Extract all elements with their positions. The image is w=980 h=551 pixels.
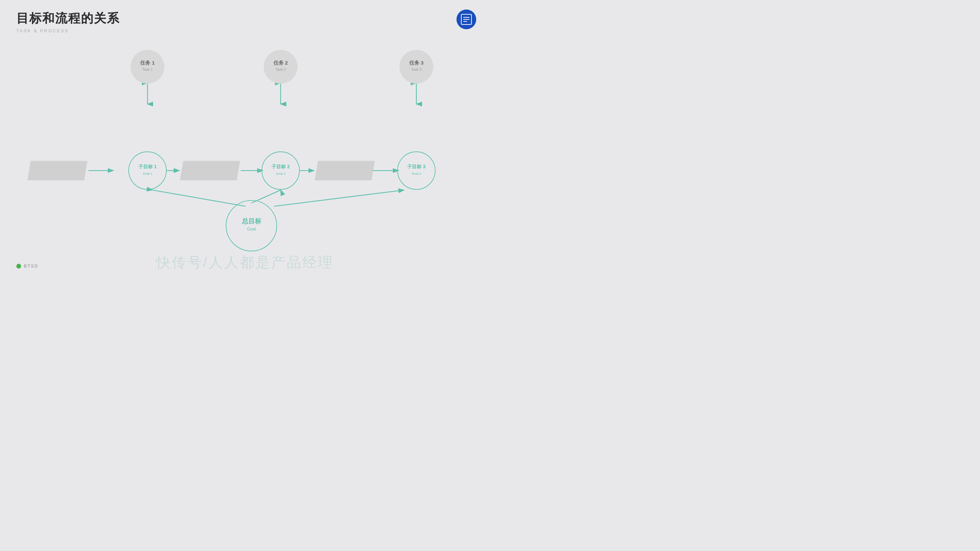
task1-sub: Task 1 — [142, 67, 153, 71]
page-container: 目标和流程的关系 TASK & PROCESS — [0, 0, 490, 275]
task3-sub: Task 3 — [411, 67, 422, 71]
parallelogram-left — [27, 161, 88, 180]
main-goal-circle — [226, 200, 277, 251]
subgoal2-circle — [262, 152, 300, 189]
task3-circle — [399, 50, 433, 84]
page-subtitle: TASK & PROCESS — [16, 28, 120, 33]
task3-main: 任务 3 — [409, 60, 424, 66]
arrow-maingoal-to-goal3 — [274, 190, 404, 206]
task2-sub: Task 2 — [275, 67, 286, 71]
diagram-svg: 任务 1 Task 1 任务 2 Task 2 任务 3 Task 3 子目标 … — [0, 41, 490, 255]
subgoal2-sub: Goal 2 — [276, 171, 285, 175]
subgoal3-main: 子目标 3 — [407, 164, 426, 169]
logo — [457, 10, 476, 29]
task2-main: 任务 2 — [273, 60, 288, 66]
task1-main: 任务 1 — [140, 60, 155, 66]
footer: BTSD — [16, 264, 38, 268]
subgoal1-circle — [129, 152, 166, 189]
main-goal-main: 总目标 — [242, 218, 262, 225]
subgoal1-sub: Goal 1 — [143, 171, 153, 175]
main-goal-sub: Goal — [247, 227, 256, 232]
arrow-maingoal-to-goal1 — [153, 190, 246, 206]
subgoal3-sub: Goal 3 — [412, 171, 421, 175]
footer-dot — [16, 264, 21, 268]
subgoal2-main: 子目标 2 — [272, 164, 290, 169]
page-title: 目标和流程的关系 — [16, 10, 120, 27]
logo-icon — [460, 13, 473, 25]
subgoal3-circle — [398, 152, 435, 189]
parallelogram-middle — [180, 161, 240, 180]
footer-brand: BTSD — [24, 264, 38, 268]
header: 目标和流程的关系 TASK & PROCESS — [16, 10, 120, 33]
task2-circle — [264, 50, 297, 84]
parallelogram-right — [315, 161, 375, 180]
task1-circle — [130, 50, 164, 84]
subgoal1-main: 子目标 1 — [138, 164, 157, 169]
watermark: 快传号/人人都是产品经理 — [156, 253, 334, 272]
